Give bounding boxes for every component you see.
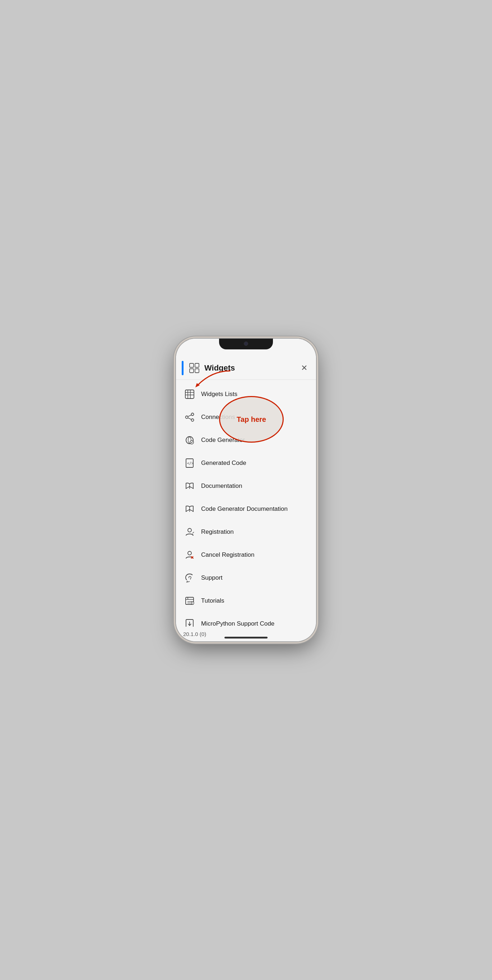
drawer-accent-bar (182, 361, 184, 375)
widgets-lists-label: Widgets Lists (201, 391, 237, 398)
sidebar-item-registration[interactable]: Registration (176, 520, 316, 543)
code-generator-icon (183, 434, 196, 447)
svg-point-10 (192, 413, 194, 416)
version-text: 20.1.0 (0) (176, 627, 316, 641)
svg-line-13 (188, 418, 192, 420)
connections-label: Connections (201, 414, 235, 421)
svg-point-23 (188, 551, 192, 555)
drawer: Widgets ✕ Widgets (176, 339, 316, 641)
sidebar-item-documentation[interactable]: Documentation (176, 474, 316, 498)
home-indicator[interactable] (224, 637, 268, 638)
sidebar-item-cancel-registration[interactable]: Cancel Registration (176, 543, 316, 566)
support-label: Support (201, 574, 223, 581)
codegen-docs-icon (183, 503, 196, 515)
cancel-registration-label: Cancel Registration (201, 551, 254, 558)
svg-rect-3 (195, 369, 199, 373)
sidebar-item-support[interactable]: Support (176, 566, 316, 589)
codegen-docs-label: Code Generator Documentation (201, 506, 288, 512)
tutorials-label: Tutorials (201, 597, 224, 605)
widgets-lists-icon (183, 388, 196, 401)
sidebar-item-codegen-docs[interactable]: Code Generator Documentation (176, 498, 316, 520)
svg-rect-0 (190, 363, 193, 368)
micropython-icon (183, 617, 196, 627)
drawer-list: Widgets Lists Connections (176, 380, 316, 627)
close-button[interactable]: ✕ (300, 362, 309, 374)
sidebar-item-connections[interactable]: Connections (176, 406, 316, 429)
drawer-title: Widgets (204, 363, 300, 373)
svg-point-20 (188, 528, 192, 532)
documentation-icon (183, 480, 196, 493)
registration-icon (183, 525, 196, 538)
generated-code-icon: </> (183, 457, 196, 469)
cancel-registration-icon (183, 549, 196, 562)
tutorials-icon (183, 594, 196, 607)
svg-point-11 (192, 419, 194, 422)
notch (219, 339, 273, 349)
micropython-label: MicroPython Support Code (201, 620, 275, 627)
svg-line-12 (188, 415, 192, 417)
screen: ‹ Em (176, 339, 316, 641)
connections-icon (183, 411, 196, 424)
svg-line-22 (192, 532, 194, 533)
code-generator-label: Code Generator (201, 437, 245, 444)
svg-rect-1 (195, 363, 199, 368)
sidebar-item-tutorials[interactable]: Tutorials (176, 589, 316, 612)
phone-frame: ‹ Em (176, 339, 316, 641)
sidebar-item-micropython[interactable]: MicroPython Support Code (176, 612, 316, 627)
sidebar-item-code-generator[interactable]: Code Generator (176, 429, 316, 452)
sidebar-item-generated-code[interactable]: </> Generated Code (176, 452, 316, 474)
documentation-label: Documentation (201, 482, 242, 490)
drawer-header: Widgets ✕ (176, 356, 316, 380)
svg-point-9 (186, 416, 188, 418)
camera (244, 342, 248, 346)
sidebar-item-widgets-lists[interactable]: Widgets Lists (176, 383, 316, 406)
svg-rect-2 (190, 369, 193, 373)
svg-rect-4 (185, 390, 194, 399)
registration-label: Registration (201, 528, 234, 536)
svg-text:</>: </> (187, 461, 193, 465)
support-icon (183, 571, 196, 584)
widgets-header-icon (188, 361, 201, 374)
generated-code-label: Generated Code (201, 460, 246, 467)
